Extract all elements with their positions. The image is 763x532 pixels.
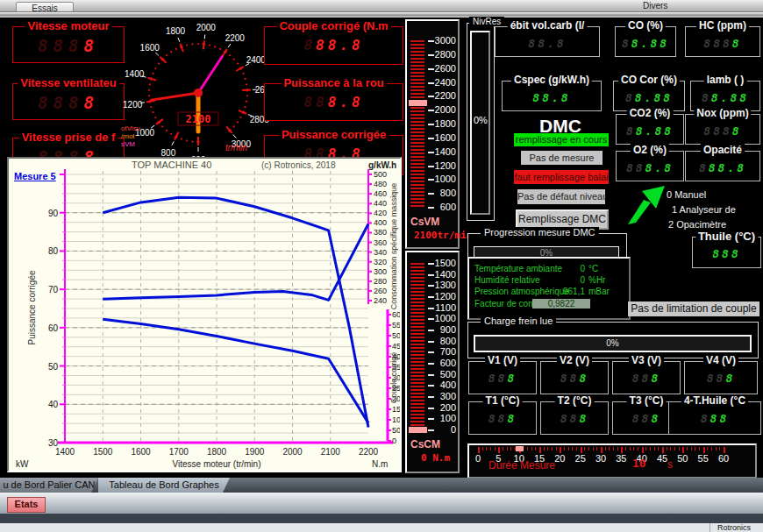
tick (593, 447, 594, 450)
etats-button[interactable]: Etats (7, 497, 46, 513)
seven-segment-value: 88.88 (614, 91, 684, 104)
display-label: T3 (°C) (627, 394, 667, 407)
svg-text:Couple corrigé: Couple corrigé (389, 352, 398, 404)
svg-text:280: 280 (374, 277, 387, 286)
tick (410, 188, 424, 189)
tick (410, 287, 424, 289)
tick (531, 447, 532, 450)
display-debit: ébit vol.carb (l/ 88.8 (495, 26, 600, 57)
divers-menu[interactable]: Divers (643, 1, 667, 11)
mesure-link[interactable]: Mesure 5 (12, 171, 58, 181)
tick (410, 316, 424, 317)
tick (605, 447, 606, 450)
tick (410, 61, 424, 63)
svg-text:kW: kW (16, 459, 29, 469)
bottom-toolbar: Etats (0, 493, 763, 514)
display-label: HC (ppm) (696, 19, 749, 32)
svg-text:80: 80 (48, 246, 59, 256)
svg-text:380: 380 (374, 228, 387, 237)
env-row: Température ambiante0°C (474, 264, 625, 275)
display-nox: Nox (ppm) 8888 (685, 114, 760, 145)
tick (410, 379, 424, 380)
svg-text:2100: 2100 (321, 447, 341, 457)
tick (410, 191, 424, 193)
svg-text:440: 440 (374, 199, 387, 208)
tick (410, 44, 424, 46)
tick (410, 382, 424, 384)
dashboard: Vitesse moteur 8888 Vitesse ventilateu 8… (0, 18, 763, 478)
tick (410, 410, 424, 412)
tick (498, 447, 500, 453)
tick (410, 128, 424, 130)
tick (410, 205, 424, 207)
svg-text:0: 0 (392, 436, 396, 445)
tick (630, 447, 631, 450)
tick (556, 447, 557, 450)
seven-segment-value: 88.8 (503, 91, 601, 104)
selector-item-manuel[interactable]: 0 Manuel (667, 189, 706, 200)
gauge-marker (409, 427, 427, 433)
env-row: Humidité relative0%Hr (474, 275, 625, 287)
tick-label: 25 (570, 453, 591, 464)
svg-text:1600: 1600 (131, 447, 151, 457)
tick (410, 68, 424, 70)
tick (544, 447, 545, 450)
tick (410, 170, 424, 172)
selector-item-analyseur[interactable]: 1 Analyseur de (672, 204, 736, 215)
svg-text:1600: 1600 (140, 43, 160, 53)
tick (535, 447, 536, 450)
svg-text:Consommation spécifique massiq: Consommation spécifique massique (389, 183, 398, 310)
tick (410, 266, 424, 268)
tick (410, 337, 424, 338)
display-label: Nox (ppm) (694, 107, 751, 119)
tick (410, 319, 424, 321)
tick (486, 447, 487, 450)
tick-label: 2400 (431, 77, 456, 88)
tick (724, 447, 725, 453)
tick-label: 1100 (431, 302, 456, 313)
tick (584, 447, 585, 450)
tick-label: 700 (431, 346, 456, 357)
seven-segment-value: 888.8 (686, 161, 759, 174)
svg-text:1400: 1400 (125, 69, 145, 79)
tick (410, 361, 424, 363)
dmc-status-remplissage: remplissage en cours (514, 133, 609, 146)
seven-segment-value: 888 (613, 372, 680, 385)
svg-text:N.m: N.m (372, 459, 388, 469)
tick-label: 2800 (431, 49, 456, 60)
svg-text:320: 320 (374, 258, 387, 266)
svg-text:60: 60 (48, 323, 59, 333)
svg-text:2000: 2000 (196, 23, 217, 32)
tick (633, 447, 634, 450)
tick (601, 447, 603, 453)
svg-text:480: 480 (374, 180, 387, 188)
tick (621, 447, 623, 453)
seven-segment-value: 888 (669, 412, 760, 425)
brand-label: Rotronics (710, 523, 751, 532)
essais-menu-button[interactable]: Essais (16, 2, 74, 12)
tick (613, 447, 614, 450)
tick (527, 447, 528, 450)
environment-panel: Température ambiante0°C Humidité relativ… (467, 257, 631, 320)
duree-mesure-gauge: 051015202530354045505560 Durée Mesure 10… (467, 443, 757, 479)
tab-graphes[interactable]: Tableau de Bord Graphes (98, 478, 230, 493)
display-t1: T1 (°C) 888 (468, 401, 537, 435)
bottom-tab-bar: u de Bord Palier CAN Tableau de Bord Gra… (0, 478, 763, 493)
svg-text:100: 100 (392, 415, 400, 424)
tick (410, 301, 424, 303)
chart-canvas: 3040506070809010014001500160017001800190… (9, 159, 400, 471)
seven-segment-value: 888 (469, 372, 536, 385)
display-label: Couple corrigé (N.m (276, 19, 390, 32)
tick (560, 447, 561, 453)
display-label: T2 (°C) (555, 394, 595, 407)
tick (410, 82, 424, 84)
tick-label: 1300 (431, 280, 456, 290)
selector-item-opacimetre[interactable]: 2 Opacimètre (668, 219, 726, 230)
tick (410, 309, 424, 310)
svg-text:TOP MACHINE 40: TOP MACHINE 40 (132, 160, 211, 170)
tick-label: 100 (431, 413, 456, 423)
tick (695, 447, 695, 450)
tab-palier-can[interactable]: u de Bord Palier CAN (0, 478, 98, 493)
tick (410, 305, 424, 307)
env-row: Pression atmosphérique961,1mBar (474, 287, 625, 298)
